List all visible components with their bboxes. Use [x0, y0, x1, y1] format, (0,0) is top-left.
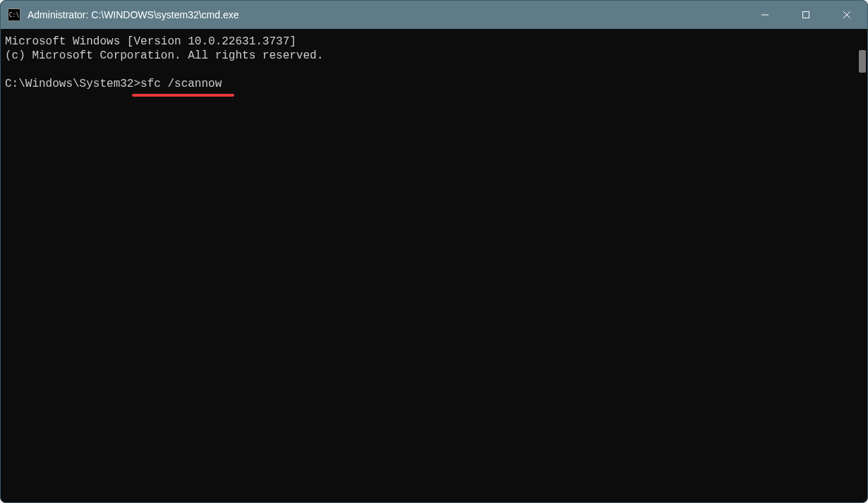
window-title: Administrator: C:\WINDOWS\system32\cmd.e… [28, 9, 745, 20]
maximize-button[interactable] [785, 1, 826, 29]
close-button[interactable] [826, 1, 867, 29]
maximize-icon [802, 11, 810, 19]
prompt-line: C:\Windows\System32>sfc /scannow [5, 77, 222, 91]
minimize-button[interactable] [745, 1, 785, 29]
cmd-icon-label: C:\ [9, 12, 19, 18]
window-controls [745, 1, 867, 29]
svg-rect-1 [803, 12, 809, 18]
copyright-line: (c) Microsoft Corporation. All rights re… [5, 49, 323, 62]
scrollbar-thumb[interactable] [859, 50, 866, 73]
minimize-icon [761, 11, 769, 19]
version-line: Microsoft Windows [Version 10.0.22631.37… [5, 35, 296, 48]
red-underline-annotation [132, 94, 234, 97]
prompt-text: C:\Windows\System32> [5, 78, 140, 90]
close-icon [843, 11, 851, 19]
command-text: sfc /scannow [140, 78, 222, 90]
cmd-window: C:\ Administrator: C:\WINDOWS\system32\c… [0, 0, 868, 503]
cmd-icon: C:\ [8, 8, 20, 21]
terminal-area: Microsoft Windows [Version 10.0.22631.37… [1, 29, 867, 502]
scrollbar[interactable] [855, 29, 867, 502]
terminal-output[interactable]: Microsoft Windows [Version 10.0.22631.37… [1, 29, 855, 502]
titlebar[interactable]: C:\ Administrator: C:\WINDOWS\system32\c… [1, 1, 867, 29]
